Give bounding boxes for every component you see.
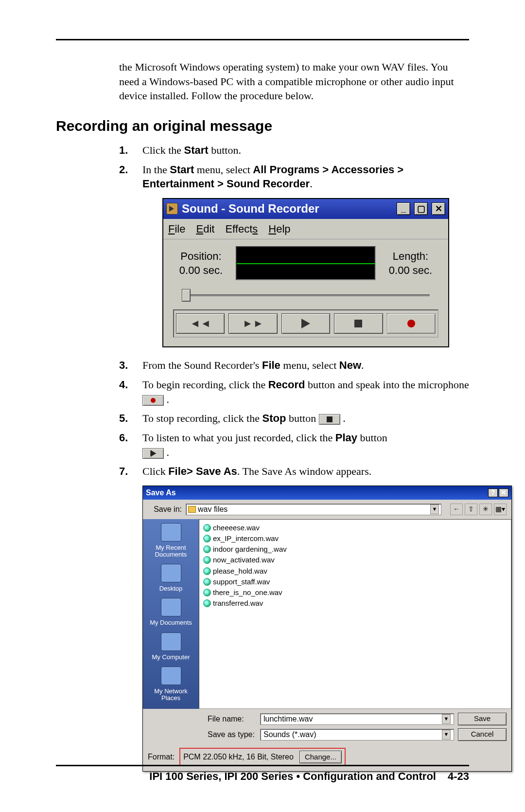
sound-recorder-window: Sound - Sound Recorder _ ▢ ✕ File Edit E…	[162, 198, 449, 347]
save-button[interactable]: Save	[458, 713, 507, 725]
waveform-display	[236, 246, 376, 280]
menu-edit[interactable]: Edit	[196, 222, 214, 236]
audio-file-icon	[203, 567, 211, 575]
file-item[interactable]: transferred.wav	[203, 598, 507, 609]
folder-icon	[188, 506, 196, 513]
file-item[interactable]: ex_IP_intercom.wav	[203, 533, 507, 544]
change-button[interactable]: Change...	[299, 751, 342, 763]
file-name: transferred.wav	[213, 598, 263, 608]
menu-help[interactable]: Help	[268, 222, 290, 236]
format-highlight: PCM 22.050 kHz, 16 Bit, Stereo Change...	[179, 748, 346, 766]
savetype-label: Save as type:	[208, 729, 256, 740]
step-7: Click File> Save As. The Save As window …	[119, 464, 469, 772]
position-slider[interactable]	[177, 288, 435, 303]
seek-end-button[interactable]: ►►	[228, 313, 277, 334]
new-folder-button[interactable]: ✳	[479, 504, 492, 515]
help-button[interactable]: ?	[488, 488, 498, 497]
file-item[interactable]: please_hold.wav	[203, 566, 507, 577]
stop-button[interactable]	[334, 313, 383, 334]
save-in-label: Save in:	[148, 504, 182, 515]
file-name: now_activated.wav	[213, 555, 275, 565]
desktop-icon[interactable]	[161, 564, 181, 582]
audio-file-icon	[203, 578, 211, 586]
audio-file-icon	[203, 524, 211, 532]
minimize-button[interactable]: _	[397, 202, 410, 215]
length-readout: Length: 0.00 sec.	[383, 249, 438, 278]
intro-text: the Microsoft Windows operating system) …	[119, 60, 469, 103]
audio-file-icon	[203, 556, 211, 564]
maximize-button[interactable]: ▢	[414, 202, 428, 215]
menu-effects[interactable]: Effects	[225, 222, 258, 236]
back-button[interactable]: ←	[450, 504, 463, 515]
view-menu-button[interactable]: ▦▾	[494, 504, 507, 515]
filename-label: File name:	[208, 714, 256, 724]
file-item[interactable]: now_activated.wav	[203, 555, 507, 565]
file-item[interactable]: support_staff.wav	[203, 577, 507, 587]
mydocs-label[interactable]: My Documents	[150, 619, 192, 626]
file-name: there_is_no_one.wav	[213, 588, 282, 597]
file-item[interactable]: there_is_no_one.wav	[203, 587, 507, 598]
file-item[interactable]: indoor gardening_.wav	[203, 544, 507, 555]
file-list[interactable]: cheeeese.wavex_IP_intercom.wavindoor gar…	[199, 519, 511, 709]
audio-file-icon	[203, 599, 211, 607]
slider-thumb[interactable]	[182, 289, 191, 302]
file-name: cheeeese.wav	[213, 523, 260, 533]
mydocs-icon[interactable]	[161, 598, 181, 616]
page-footer: IPI 100 Series, IPI 200 Series • Configu…	[56, 765, 469, 783]
speaker-icon	[166, 203, 178, 215]
close-button[interactable]: ✕	[432, 202, 445, 215]
seek-start-button[interactable]: ◄◄	[176, 313, 225, 334]
step-2: In the Start menu, select All Programs >…	[119, 162, 469, 347]
dropdown-icon[interactable]: ▼	[430, 505, 439, 514]
file-name: indoor gardening_.wav	[213, 544, 287, 554]
format-label: Format:	[148, 752, 175, 762]
save-in-combo[interactable]: wav files ▼	[186, 504, 441, 515]
savetype-combo[interactable]: Sounds (*.wav)▼	[260, 729, 454, 740]
file-name: ex_IP_intercom.wav	[213, 534, 279, 543]
inline-stop-icon	[319, 414, 340, 425]
places-bar: My Recent Documents Desktop My Documents…	[143, 519, 199, 709]
position-readout: Position: 0.00 sec.	[173, 249, 229, 278]
sa-titlebar: Save As ? ✕	[143, 486, 511, 500]
section-title: Recording an original message	[56, 118, 469, 134]
menu-file[interactable]: File	[168, 222, 185, 236]
file-item[interactable]: cheeeese.wav	[203, 523, 507, 533]
save-as-dialog: Save As ? ✕ Save in: wav files ▼ ← ⇧	[142, 486, 512, 772]
mynet-icon[interactable]	[161, 667, 181, 685]
up-folder-button[interactable]: ⇧	[465, 504, 477, 515]
recent-icon[interactable]	[161, 523, 181, 541]
close-button[interactable]: ✕	[499, 488, 508, 497]
sr-titlebar: Sound - Sound Recorder _ ▢ ✕	[163, 199, 448, 218]
format-value: PCM 22.050 kHz, 16 Bit, Stereo	[183, 752, 294, 762]
sr-title-text: Sound - Sound Recorder	[182, 201, 319, 217]
inline-record-icon	[142, 395, 164, 406]
audio-file-icon	[203, 535, 211, 542]
recent-label[interactable]: My Recent Documents	[145, 544, 197, 559]
step-6: To listen to what you just recorded, cli…	[119, 431, 469, 459]
inline-play-icon	[142, 448, 164, 459]
step-4: To begin recording, click the Record but…	[119, 378, 469, 406]
play-button[interactable]	[281, 313, 330, 334]
step-5: To stop recording, click the Stop button…	[119, 411, 469, 426]
mycomp-icon[interactable]	[161, 632, 181, 651]
step-1: Click the Start button.	[119, 143, 469, 158]
mycomp-label[interactable]: My Computer	[152, 654, 190, 661]
file-name: support_staff.wav	[213, 577, 270, 587]
record-button[interactable]	[387, 313, 436, 334]
file-name: please_hold.wav	[213, 566, 267, 576]
step-3: From the Sound Recorder's File menu, sel…	[119, 358, 469, 373]
audio-file-icon	[203, 545, 211, 553]
audio-file-icon	[203, 589, 211, 596]
desktop-label[interactable]: Desktop	[159, 585, 183, 592]
cancel-button[interactable]: Cancel	[458, 728, 507, 741]
filename-input[interactable]: lunchtime.wav▼	[260, 713, 454, 725]
sr-menubar: File Edit Effects Help	[163, 219, 448, 240]
mynet-label[interactable]: My Network Places	[145, 688, 197, 702]
